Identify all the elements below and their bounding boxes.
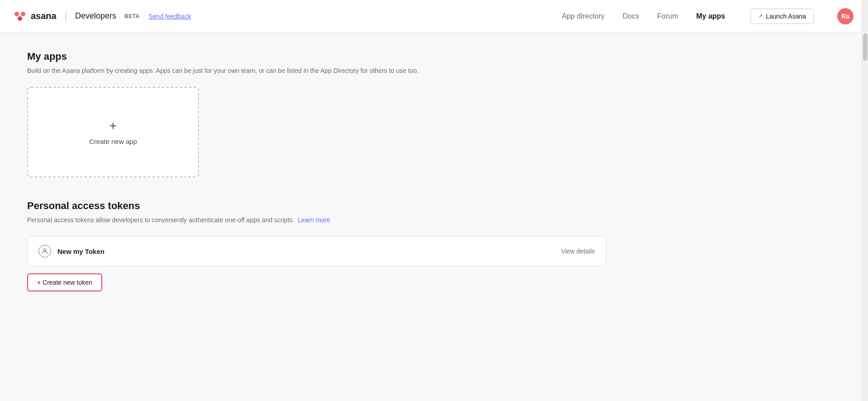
tokens-description-text: Personal access tokens allow developers … — [27, 216, 294, 224]
scrollbar[interactable] — [862, 0, 868, 401]
nav-docs[interactable]: Docs — [623, 12, 639, 20]
token-user-icon — [38, 245, 51, 258]
token-row: New my Token View details — [27, 236, 606, 266]
developers-label: Developers — [75, 11, 116, 21]
asana-dots — [14, 12, 27, 21]
send-feedback-link[interactable]: Send feedback — [149, 13, 191, 20]
logo-text: asana — [31, 11, 57, 21]
my-apps-description: Build on the Asana platform by creating … — [27, 67, 606, 74]
dot-2 — [21, 12, 25, 16]
header-left: asana | Developers BETA Send feedback — [14, 11, 191, 21]
view-details-link[interactable]: View details — [561, 248, 595, 255]
svg-point-0 — [43, 249, 46, 251]
my-apps-title: My apps — [27, 51, 606, 62]
avatar[interactable]: Ra — [837, 8, 854, 24]
nav-forum[interactable]: Forum — [657, 12, 678, 20]
dot-3 — [18, 16, 22, 21]
create-new-app-card[interactable]: + Create new app — [27, 87, 199, 177]
launch-asana-button[interactable]: ↗ Launch Asana — [750, 9, 814, 24]
dot-1 — [14, 12, 19, 16]
create-app-label: Create new app — [89, 138, 137, 145]
nav-app-directory[interactable]: App directory — [562, 12, 604, 20]
nav-my-apps[interactable]: My apps — [696, 12, 725, 20]
beta-badge: BETA — [124, 13, 140, 19]
create-new-token-button[interactable]: + Create new token — [27, 273, 102, 291]
header: asana | Developers BETA Send feedback Ap… — [0, 0, 868, 33]
token-name: New my Token — [57, 248, 104, 255]
my-apps-section: My apps Build on the Asana platform by c… — [27, 51, 606, 177]
launch-asana-label: Launch Asana — [766, 13, 806, 20]
main-content: My apps Build on the Asana platform by c… — [0, 33, 633, 310]
scrollbar-thumb[interactable] — [863, 33, 868, 61]
asana-logo[interactable]: asana — [14, 11, 57, 21]
tokens-title: Personal access tokens — [27, 200, 606, 212]
personal-access-tokens-section: Personal access tokens Personal access t… — [27, 200, 606, 291]
learn-more-link[interactable]: Learn more — [298, 216, 330, 224]
logo-divider: | — [65, 11, 67, 21]
tokens-description: Personal access tokens allow developers … — [27, 216, 606, 224]
create-app-plus-icon: + — [109, 119, 117, 132]
header-nav: App directory Docs Forum My apps ↗ Launc… — [562, 8, 854, 24]
external-link-icon: ↗ — [758, 13, 763, 19]
token-info: New my Token — [38, 245, 104, 258]
